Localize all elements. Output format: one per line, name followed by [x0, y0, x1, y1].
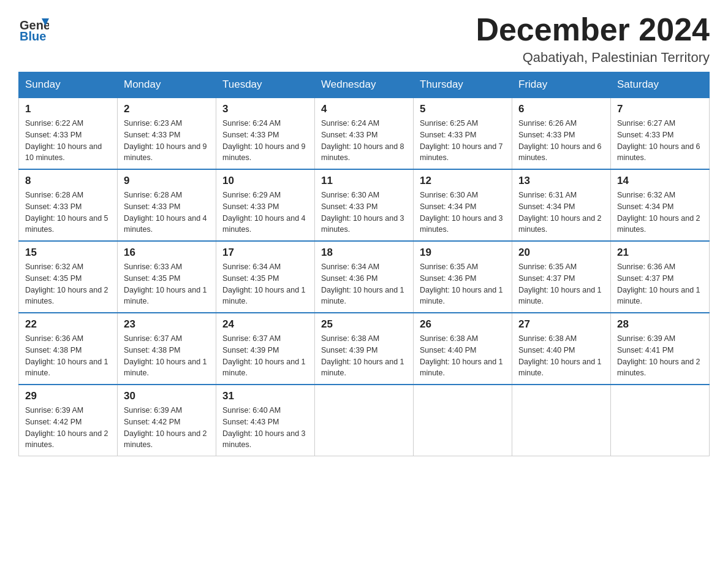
cell-info: Sunrise: 6:25 AMSunset: 4:33 PMDaylight:…: [420, 118, 506, 164]
cell-info: Sunrise: 6:39 AMSunset: 4:41 PMDaylight:…: [617, 333, 703, 379]
cell-date: 23: [124, 318, 210, 331]
col-header-tuesday: Tuesday: [216, 72, 315, 98]
cell-date: 16: [124, 247, 210, 259]
calendar-cell: 26Sunrise: 6:38 AMSunset: 4:40 PMDayligh…: [414, 313, 512, 385]
cell-date: 28: [617, 318, 703, 331]
location-subtitle: Qabatiyah, Palestinian Territory: [476, 50, 710, 66]
cell-info: Sunrise: 6:24 AMSunset: 4:33 PMDaylight:…: [222, 118, 308, 164]
cell-info: Sunrise: 6:34 AMSunset: 4:36 PMDaylight:…: [321, 261, 407, 307]
week-row-3: 15Sunrise: 6:32 AMSunset: 4:35 PMDayligh…: [19, 241, 710, 313]
cell-date: 27: [518, 318, 604, 331]
calendar-cell: 17Sunrise: 6:34 AMSunset: 4:35 PMDayligh…: [216, 241, 315, 313]
calendar-cell: 25Sunrise: 6:38 AMSunset: 4:39 PMDayligh…: [315, 313, 414, 385]
cell-info: Sunrise: 6:31 AMSunset: 4:34 PMDaylight:…: [518, 190, 604, 236]
cell-info: Sunrise: 6:30 AMSunset: 4:34 PMDaylight:…: [420, 190, 506, 236]
cell-info: Sunrise: 6:26 AMSunset: 4:33 PMDaylight:…: [518, 118, 604, 164]
cell-date: 17: [222, 247, 308, 259]
cell-date: 20: [518, 247, 604, 259]
cell-info: Sunrise: 6:35 AMSunset: 4:36 PMDaylight:…: [420, 261, 506, 307]
cell-info: Sunrise: 6:34 AMSunset: 4:35 PMDaylight:…: [222, 261, 308, 307]
cell-date: 22: [25, 318, 111, 331]
page-header: General Blue December 2024 Qabatiyah, Pa…: [18, 12, 710, 66]
logo: General Blue: [18, 12, 49, 43]
calendar-cell: 20Sunrise: 6:35 AMSunset: 4:37 PMDayligh…: [512, 241, 611, 313]
cell-info: Sunrise: 6:40 AMSunset: 4:43 PMDaylight:…: [222, 405, 308, 451]
cell-info: Sunrise: 6:28 AMSunset: 4:33 PMDaylight:…: [25, 190, 111, 236]
col-header-saturday: Saturday: [611, 72, 710, 98]
cell-date: 12: [420, 175, 506, 187]
calendar-cell: 10Sunrise: 6:29 AMSunset: 4:33 PMDayligh…: [216, 169, 315, 241]
calendar-cell: [611, 385, 710, 456]
calendar-cell: 27Sunrise: 6:38 AMSunset: 4:40 PMDayligh…: [512, 313, 611, 385]
cell-info: Sunrise: 6:38 AMSunset: 4:40 PMDaylight:…: [420, 333, 506, 379]
calendar-cell: 8Sunrise: 6:28 AMSunset: 4:33 PMDaylight…: [19, 169, 118, 241]
cell-date: 3: [222, 103, 308, 115]
cell-date: 10: [222, 175, 308, 187]
calendar-cell: 19Sunrise: 6:35 AMSunset: 4:36 PMDayligh…: [414, 241, 512, 313]
cell-date: 15: [25, 247, 111, 259]
cell-date: 1: [25, 103, 111, 115]
cell-info: Sunrise: 6:37 AMSunset: 4:38 PMDaylight:…: [124, 333, 210, 379]
cell-info: Sunrise: 6:27 AMSunset: 4:33 PMDaylight:…: [617, 118, 703, 164]
cell-date: 21: [617, 247, 703, 259]
cell-info: Sunrise: 6:38 AMSunset: 4:39 PMDaylight:…: [321, 333, 407, 379]
cell-info: Sunrise: 6:39 AMSunset: 4:42 PMDaylight:…: [25, 405, 111, 451]
cell-info: Sunrise: 6:39 AMSunset: 4:42 PMDaylight:…: [124, 405, 210, 451]
col-header-monday: Monday: [118, 72, 216, 98]
cell-date: 14: [617, 175, 703, 187]
calendar-table: SundayMondayTuesdayWednesdayThursdayFrid…: [18, 72, 710, 456]
cell-date: 9: [124, 175, 210, 187]
svg-text:Blue: Blue: [20, 29, 46, 43]
cell-date: 11: [321, 175, 407, 187]
logo-icon: General Blue: [18, 12, 49, 43]
cell-date: 30: [124, 390, 210, 402]
calendar-cell: 18Sunrise: 6:34 AMSunset: 4:36 PMDayligh…: [315, 241, 414, 313]
week-row-4: 22Sunrise: 6:36 AMSunset: 4:38 PMDayligh…: [19, 313, 710, 385]
calendar-cell: 29Sunrise: 6:39 AMSunset: 4:42 PMDayligh…: [19, 385, 118, 456]
calendar-cell: 11Sunrise: 6:30 AMSunset: 4:33 PMDayligh…: [315, 169, 414, 241]
cell-info: Sunrise: 6:24 AMSunset: 4:33 PMDaylight:…: [321, 118, 407, 164]
month-title: December 2024: [476, 12, 710, 47]
cell-date: 6: [518, 103, 604, 115]
cell-date: 5: [420, 103, 506, 115]
cell-date: 4: [321, 103, 407, 115]
col-header-friday: Friday: [512, 72, 611, 98]
calendar-cell: 16Sunrise: 6:33 AMSunset: 4:35 PMDayligh…: [118, 241, 216, 313]
cell-info: Sunrise: 6:29 AMSunset: 4:33 PMDaylight:…: [222, 190, 308, 236]
calendar-cell: 2Sunrise: 6:23 AMSunset: 4:33 PMDaylight…: [118, 98, 216, 169]
cell-date: 7: [617, 103, 703, 115]
cell-info: Sunrise: 6:23 AMSunset: 4:33 PMDaylight:…: [124, 118, 210, 164]
calendar-cell: 22Sunrise: 6:36 AMSunset: 4:38 PMDayligh…: [19, 313, 118, 385]
cell-date: 13: [518, 175, 604, 187]
calendar-cell: 5Sunrise: 6:25 AMSunset: 4:33 PMDaylight…: [414, 98, 512, 169]
cell-date: 25: [321, 318, 407, 331]
cell-info: Sunrise: 6:32 AMSunset: 4:34 PMDaylight:…: [617, 190, 703, 236]
cell-info: Sunrise: 6:36 AMSunset: 4:37 PMDaylight:…: [617, 261, 703, 307]
cell-info: Sunrise: 6:28 AMSunset: 4:33 PMDaylight:…: [124, 190, 210, 236]
col-header-wednesday: Wednesday: [315, 72, 414, 98]
calendar-cell: 12Sunrise: 6:30 AMSunset: 4:34 PMDayligh…: [414, 169, 512, 241]
calendar-cell: 4Sunrise: 6:24 AMSunset: 4:33 PMDaylight…: [315, 98, 414, 169]
calendar-cell: 23Sunrise: 6:37 AMSunset: 4:38 PMDayligh…: [118, 313, 216, 385]
calendar-cell: 13Sunrise: 6:31 AMSunset: 4:34 PMDayligh…: [512, 169, 611, 241]
calendar-cell: 15Sunrise: 6:32 AMSunset: 4:35 PMDayligh…: [19, 241, 118, 313]
calendar-cell: 31Sunrise: 6:40 AMSunset: 4:43 PMDayligh…: [216, 385, 315, 456]
calendar-cell: [414, 385, 512, 456]
week-row-1: 1Sunrise: 6:22 AMSunset: 4:33 PMDaylight…: [19, 98, 710, 169]
cell-info: Sunrise: 6:32 AMSunset: 4:35 PMDaylight:…: [25, 261, 111, 307]
cell-date: 8: [25, 175, 111, 187]
cell-info: Sunrise: 6:30 AMSunset: 4:33 PMDaylight:…: [321, 190, 407, 236]
cell-date: 29: [25, 390, 111, 402]
cell-date: 31: [222, 390, 308, 402]
calendar-cell: 1Sunrise: 6:22 AMSunset: 4:33 PMDaylight…: [19, 98, 118, 169]
week-row-5: 29Sunrise: 6:39 AMSunset: 4:42 PMDayligh…: [19, 385, 710, 456]
calendar-cell: 24Sunrise: 6:37 AMSunset: 4:39 PMDayligh…: [216, 313, 315, 385]
cell-date: 19: [420, 247, 506, 259]
cell-info: Sunrise: 6:35 AMSunset: 4:37 PMDaylight:…: [518, 261, 604, 307]
calendar-cell: 9Sunrise: 6:28 AMSunset: 4:33 PMDaylight…: [118, 169, 216, 241]
calendar-cell: 7Sunrise: 6:27 AMSunset: 4:33 PMDaylight…: [611, 98, 710, 169]
calendar-cell: [315, 385, 414, 456]
cell-date: 2: [124, 103, 210, 115]
header-row: SundayMondayTuesdayWednesdayThursdayFrid…: [19, 72, 710, 98]
cell-date: 26: [420, 318, 506, 331]
